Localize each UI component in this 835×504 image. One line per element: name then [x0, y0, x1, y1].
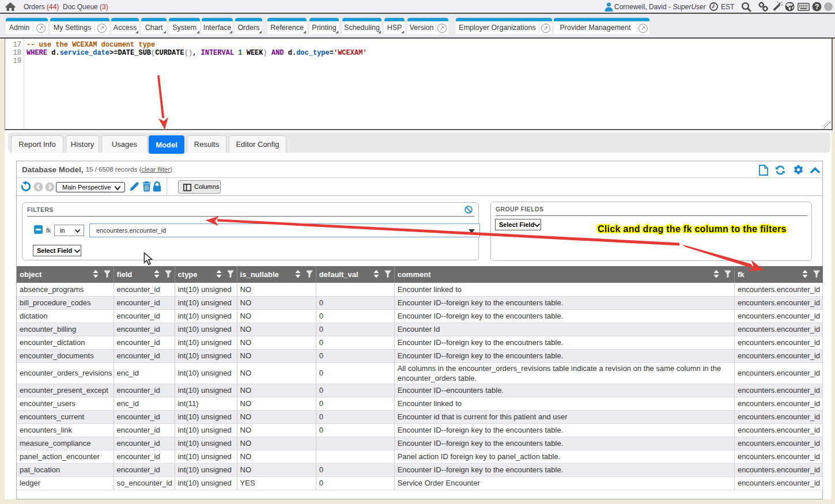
- svg-text:?: ?: [815, 3, 819, 11]
